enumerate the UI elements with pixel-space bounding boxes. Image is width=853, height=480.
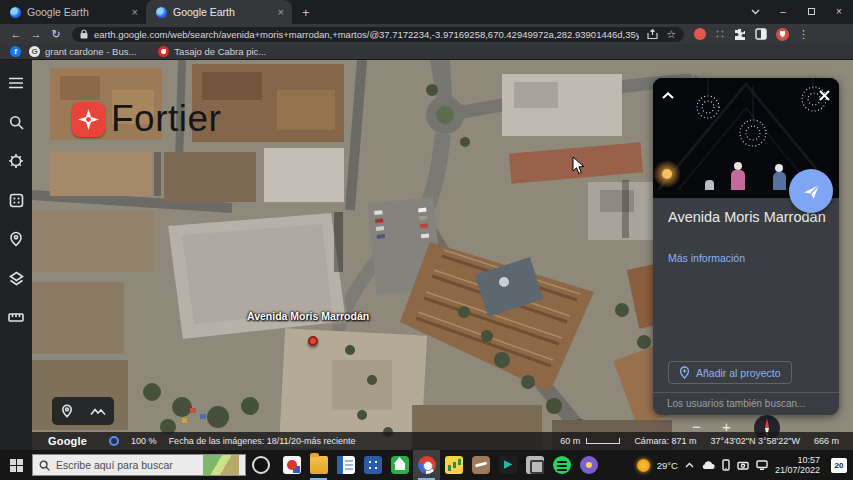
notes-app-icon [472,456,490,474]
search-icon[interactable] [6,112,26,132]
desktop: Google Earth × Google Earth × + – × ← → … [0,0,853,480]
taskbar-app-purple[interactable] [575,450,602,480]
taskbar-app-idealista[interactable] [386,450,413,480]
chart-app-icon [445,456,463,474]
fly-share-fab[interactable] [789,169,833,213]
earth-app: Fortier Avenida Moris Marrodán − + Googl… [0,60,853,450]
my-location-pin-icon[interactable] [61,404,73,418]
map-tools-pill [52,397,114,425]
tab-close-icon[interactable]: × [132,7,138,18]
add-to-project-button[interactable]: Añadir al proyecto [668,361,792,384]
purple-app-icon [580,456,598,474]
fortier-logo-icon [72,102,105,137]
notification-center-icon[interactable]: 20 [831,458,847,473]
tab-close-icon[interactable]: × [278,7,284,18]
extension-grid-icon[interactable] [715,29,725,39]
tab-title: Google Earth [173,6,272,18]
earth-favicon-icon [156,7,167,18]
clock-date: 21/07/2022 [775,465,820,475]
reading-list-icon[interactable] [755,28,767,40]
pin-plus-icon [679,366,690,379]
temperature-label[interactable]: 29°C [657,460,678,471]
coordinates: 37°43'02"N 3°58'22"W [710,436,800,446]
search-placeholder: Escribe aquí para buscar [56,459,197,471]
bookmarks-bar: f G grant cardone - Bus... Tasajo de Cab… [0,44,853,60]
maximize-button[interactable] [797,0,825,24]
adblock-shield-icon[interactable] [776,28,789,41]
fortier-watermark-text: Fortier [111,98,221,140]
chrome-menu-icon[interactable]: ⋮ [798,28,809,41]
weather-sun-icon[interactable] [637,459,650,472]
map-place-label[interactable]: Avenida Moris Marrodán [247,310,369,322]
taskbar-app-browser-active[interactable] [413,450,440,480]
close-window-button[interactable]: × [825,0,853,24]
onedrive-cloud-icon[interactable] [701,461,715,470]
collapse-panel-chevron-icon[interactable] [659,86,677,104]
place-panel: Avenida Moris Marrodán Más información A… [653,78,839,415]
gray-app-icon [526,456,544,474]
start-button[interactable] [0,450,32,480]
camera-device-icon[interactable] [737,461,749,470]
browser-app-icon [418,456,436,474]
facebook-bookmark-icon[interactable]: f [10,46,21,57]
tab-google-earth-2[interactable]: Google Earth × [146,0,292,24]
taskbar-clock[interactable]: 10:57 21/07/2022 [775,455,820,475]
ground-elevation: 666 m [814,436,839,446]
taskbar-app-explorer[interactable] [305,450,332,480]
tab-google-earth-1[interactable]: Google Earth × [0,0,146,24]
bookmark-item[interactable]: Tasajo de Cabra pic... [158,46,266,57]
tray-chevron-up-icon[interactable] [685,462,694,468]
map-style-layers-icon[interactable] [6,268,26,288]
fortier-watermark: Fortier [72,98,221,140]
photos-app-icon [283,456,301,474]
document-app-icon [337,456,355,474]
taskbar-app-code[interactable] [494,450,521,480]
share-icon[interactable] [647,29,658,40]
also-search-strip[interactable]: Los usuarios también buscan... [653,392,839,415]
tab-search-chevron-icon[interactable] [741,0,769,24]
bookmark-item[interactable]: G grant cardone - Bus... [29,46,136,57]
map-pin[interactable] [308,336,318,346]
your-phone-icon[interactable] [722,459,730,471]
add-to-project-label: Añadir al proyecto [696,367,781,379]
calculator-icon [364,456,382,474]
terrain-profile-icon[interactable] [90,407,106,416]
close-panel-icon[interactable] [815,86,833,104]
bookmark-star-icon[interactable]: ☆ [666,28,676,41]
taskbar-app-photos[interactable] [278,450,305,480]
lock-icon [80,29,88,39]
address-bar[interactable]: earth.google.com/web/search/avenida+mori… [72,27,684,42]
taskbar-app-gray[interactable] [521,450,548,480]
taskbar-app-chart[interactable] [440,450,467,480]
windows-taskbar: Escribe aquí para buscar 29°C [0,450,853,480]
display-icon[interactable] [756,460,768,470]
menu-hamburger-icon[interactable] [6,73,26,93]
measure-ruler-icon[interactable] [6,307,26,327]
taskbar-app-spotify[interactable] [548,450,575,480]
earth-favicon-icon [10,7,21,18]
bookmark-favicon-g: G [29,46,40,57]
taskbar-search[interactable]: Escribe aquí para buscar [32,454,246,476]
browser-toolbar: ← → ↻ earth.google.com/web/search/avenid… [0,24,853,44]
taskbar-app-notes[interactable] [467,450,494,480]
minimize-button[interactable]: – [769,0,797,24]
extensions-puzzle-icon[interactable] [734,28,746,40]
taskbar-app-document[interactable] [332,450,359,480]
taskbar-app-calculator[interactable] [359,450,386,480]
feeling-lucky-dice-icon[interactable] [6,190,26,210]
reload-button[interactable]: ↻ [46,28,66,41]
forward-button[interactable]: → [26,28,46,40]
code-app-icon [499,456,517,474]
extension-red-icon[interactable] [694,28,706,40]
scale-label: 60 m [560,436,580,446]
bookmark-favicon-red [158,46,169,57]
imagery-date[interactable]: Fecha de las imágenes: 18/11/20-más reci… [169,436,356,446]
new-tab-button[interactable]: + [302,5,310,20]
back-button[interactable]: ← [6,28,26,40]
google-logo: Google [48,435,87,447]
search-highlight-image [203,455,239,475]
voyager-helm-icon[interactable] [6,151,26,171]
cortana-icon[interactable] [252,456,270,474]
projects-pin-icon[interactable] [6,229,26,249]
more-info-link[interactable]: Más información [668,252,745,264]
